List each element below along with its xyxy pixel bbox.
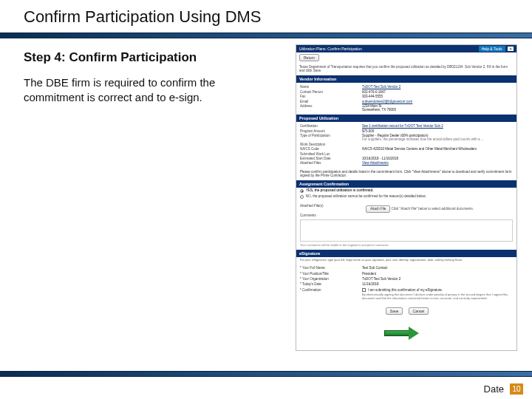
label-program-amount: Program Amount — [300, 129, 359, 133]
label-attached-files: Attached File(s) — [300, 204, 359, 212]
attach-note: Click "Attach File" below to select addi… — [392, 207, 474, 211]
label-address: Address — [300, 104, 359, 112]
label-comments: Comments — [300, 214, 359, 217]
esig-name: Test Sub Contact — [362, 266, 513, 270]
work-desc — [362, 143, 513, 146]
est-date: 10/16/2018 - 11/16/2018 — [362, 157, 513, 160]
label-work-desc: Work Description — [300, 143, 359, 146]
radio-no-label: NO, the proposed utilization cannot be c… — [306, 194, 426, 198]
label-email: Email — [300, 100, 359, 103]
esig-title: President — [362, 272, 513, 276]
vendor-email[interactable]: subvendortest2@b2gnowcorr.com — [362, 100, 513, 103]
label-files: Attached Files — [300, 161, 359, 165]
radio-yes[interactable] — [300, 189, 304, 193]
help-button[interactable]: Help & Tools — [479, 46, 505, 52]
embedded-screenshot: Utilization Plans: Confirm Participation… — [296, 44, 517, 351]
title-underline — [0, 33, 532, 38]
confirm-note: Please confirm participation and details… — [296, 168, 516, 180]
radio-yes-label: YES, the proposed utilization is confirm… — [306, 188, 374, 192]
label-fax: Fax — [300, 95, 359, 98]
label-fullname: * Your Full Name — [300, 266, 359, 270]
cb-disclaimer: By electronically signing this document … — [362, 293, 513, 301]
label-contact: Contact Person — [300, 90, 359, 94]
vendor-info-header: Vendor Information — [296, 75, 516, 83]
confirmation-checkbox[interactable] — [362, 288, 366, 292]
label-name: Name — [300, 85, 359, 89]
vendor-contact: 602-476-0.1847 — [362, 90, 513, 94]
step-description: The DBE firm is required to confirm the … — [24, 75, 245, 106]
label-cert: Certification — [300, 124, 359, 128]
label-est-date: Estimated Start Date — [300, 157, 359, 160]
bottom-bar — [0, 371, 532, 377]
comments-textarea[interactable] — [300, 219, 513, 242]
label-work-loc: Submitted Work Loc — [300, 152, 359, 156]
close-icon[interactable]: ✕ — [508, 47, 514, 51]
assignment-conf-header: Assignment Confirmation — [296, 180, 516, 188]
cancel-button[interactable]: Cancel — [409, 307, 429, 315]
program-amount: $75,000 — [362, 129, 513, 133]
return-button[interactable]: Return — [299, 54, 319, 61]
step-heading: Step 4: Confirm Participation — [24, 50, 296, 65]
label-participation-type: Type of Participation — [300, 134, 359, 142]
vendor-name[interactable]: TxDOT Test Sub Vendor 2 — [362, 85, 513, 89]
slide-title: Confirm Participation Using DMS — [24, 7, 262, 27]
confirmation-text: I am submitting this confirmation of my … — [368, 288, 443, 292]
esig-instr: For your eSignature, type your full, leg… — [296, 257, 516, 264]
vendor-fax: 303-444-5555 — [362, 95, 513, 98]
ss-instructions: Texas Department of Transportation requi… — [296, 63, 516, 75]
attach-file-button[interactable]: Attach File — [366, 205, 390, 212]
cert-link[interactable]: See 1 certification record for TxDOT Tes… — [362, 124, 513, 128]
esignature-header: eSignature — [296, 250, 516, 258]
label-confirmation: * Confirmation — [300, 288, 359, 292]
page-number: 10 — [510, 383, 523, 395]
view-attachments-link[interactable]: View Attachments — [362, 161, 513, 165]
label-naics: NAICS Code — [300, 147, 359, 151]
callout-arrow-icon — [384, 327, 421, 340]
naics-code: NAICS 423510 Metal Service Centers and O… — [362, 147, 513, 151]
work-loc — [362, 152, 513, 156]
label-date: * Today's Date — [300, 282, 359, 286]
label-org: * Your Organization — [300, 277, 359, 281]
esig-org: TxDOT Test Sub Vendor 2 — [362, 277, 513, 281]
radio-no[interactable] — [300, 195, 304, 199]
comments-note: Your comments will be visible to the eng… — [296, 244, 516, 250]
proposed-util-header: Proposed Utilization — [296, 115, 516, 123]
participation-type: Supplier - Regular Dealer (60% participa… — [362, 134, 513, 142]
label-title: * Your Position/Title — [300, 272, 359, 276]
vendor-address: 1234 Main St Somewhere, TX 79000 — [362, 104, 513, 112]
ss-title: Utilization Plans: Confirm Participation — [299, 47, 362, 51]
save-button[interactable]: Save — [386, 307, 403, 315]
esig-date: 11/16/2018 — [362, 282, 513, 286]
footer-date: Date — [484, 383, 504, 395]
